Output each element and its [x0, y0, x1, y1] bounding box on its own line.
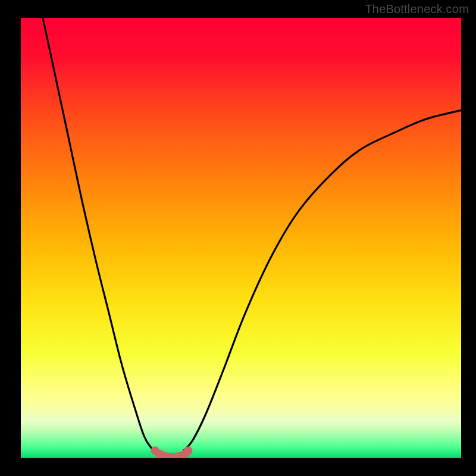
plot-background: [21, 18, 461, 458]
valley-dot: [184, 446, 192, 455]
chart-stage: TheBottleneck.com: [0, 0, 476, 476]
watermark-text: TheBottleneck.com: [365, 2, 469, 16]
bottleneck-chart: [21, 18, 461, 458]
